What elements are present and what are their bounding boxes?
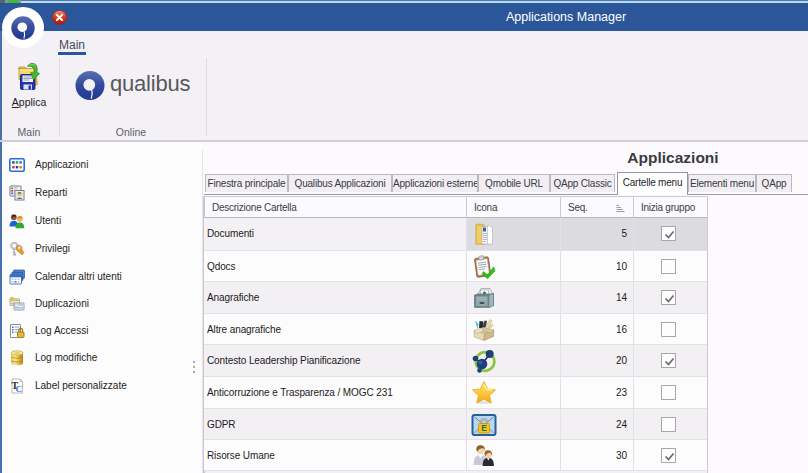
svg-text:C: C: [16, 384, 23, 394]
svg-text:E: E: [481, 423, 487, 433]
